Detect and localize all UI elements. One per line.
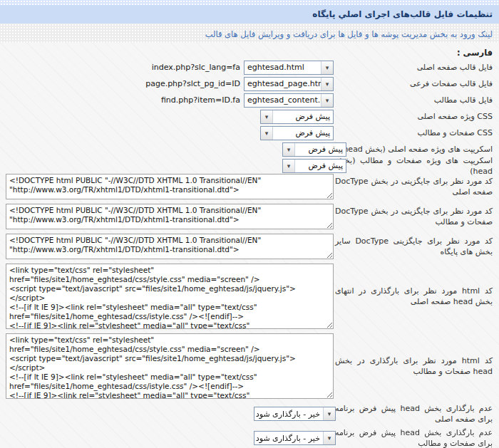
chevron-down-icon: ▾ [321, 78, 333, 90]
chevron-down-icon: ▾ [283, 160, 295, 172]
settings-form: فارسی : فایل قالب صفحه اصلی eghtesad.htm… [0, 43, 499, 448]
selected-value: پیش فرض [273, 127, 333, 140]
url-hint: page.php?slct_pg_id=ID [145, 79, 240, 88]
top-decor-strip [0, 0, 499, 5]
chevron-down-icon: ▾ [323, 432, 335, 444]
field-label: کد مورد نظر برای جایگزینی در بخش DocType… [334, 206, 499, 227]
field-label: کد مورد نظر برای جایگزینی DocType سایر ب… [334, 236, 499, 257]
row-headcode-main: کد html مورد نظر برای بارگذاری در انتهای… [0, 264, 499, 329]
pages-head-scripts-select[interactable]: پیش فرض ▾ [282, 159, 346, 173]
skip-head-pages-select[interactable]: خیر - بارگذاری شود ▾ [254, 431, 336, 445]
selected-value: eghtesad_content.html [245, 94, 321, 107]
row-template-content: فایل قالب مطالب eghtesad_content.html ▾ … [0, 92, 499, 108]
row-css-main: CSS ویژه صفحه اصلی پیش فرض ▾ [0, 108, 499, 125]
chevron-down-icon: ▾ [283, 143, 295, 156]
main-css-select[interactable]: پیش فرض ▾ [260, 110, 334, 124]
chevron-down-icon: ▾ [323, 407, 335, 420]
field-label: کد مورد نظر برای جایگزینی در بخش DocType… [334, 176, 499, 197]
field-label: فایل قالب مطالب [334, 95, 499, 105]
url-hint: index.php?slc_lang=fa [152, 63, 240, 72]
selected-value: eghtesad.html [245, 61, 321, 74]
field-label: CSS ویژه صفحه اصلی [334, 111, 499, 122]
row-template-pages: فایل قالب صفحات فرعی eghtesad_page.html … [0, 75, 499, 92]
selected-value: خیر - بارگذاری شود [254, 432, 323, 444]
selected-value: پیش فرض [273, 110, 333, 123]
field-label: اسکریپت های ویژه صفحه اصلی (بخش head) [334, 144, 499, 155]
selected-value: خیر - بارگذاری شود [254, 407, 323, 420]
row-scripts-pages: اسکریپت های ویژه صفحات و مطالب (بخش head… [0, 157, 499, 174]
content-template-select[interactable]: eghtesad_content.html ▾ [244, 93, 334, 108]
field-label: کد html مورد نظر برای بارگذاری در انتهای… [334, 286, 499, 307]
skip-head-main-select[interactable]: خیر - بارگذاری شود ▾ [254, 407, 336, 421]
selected-value: eghtesad_page.html [245, 78, 321, 90]
doctype-pages-textarea[interactable]: <!DOCTYPE html PUBLIC "-//W3C//DTD XHTML… [6, 204, 334, 229]
row-template-main: فایل قالب صفحه اصلی eghtesad.html ▾ inde… [0, 59, 499, 75]
url-hint: find.php?item=ID.fa [161, 95, 240, 105]
chevron-down-icon: ▾ [321, 61, 333, 74]
main-template-select[interactable]: eghtesad.html ▾ [244, 61, 334, 75]
selected-value: پیش فرض [295, 143, 346, 156]
file-manager-link[interactable]: لینک ورود به بخش مدیریت پوشه ها و فایل ه… [205, 29, 493, 39]
chevron-down-icon: ▾ [261, 127, 273, 140]
field-label: عدم بارگذاری بخش head پیش فرض برنامه برا… [334, 403, 499, 424]
headcode-pages-textarea[interactable]: <link type="text/css" rel="stylesheet" h… [6, 333, 334, 399]
row-css-pages: CSS صفحات و مطالب پیش فرض ▾ [0, 125, 499, 141]
chevron-down-icon: ▾ [261, 110, 273, 123]
subheader-bar: لینک ورود به بخش مدیریت پوشه ها و فایل ه… [0, 24, 499, 43]
row-doctype-other: کد مورد نظر برای جایگزینی DocType سایر ب… [0, 234, 499, 259]
subpage-template-select[interactable]: eghtesad_page.html ▾ [244, 77, 334, 91]
row-skip-head-main: عدم بارگذاری بخش head پیش فرض برنامه برا… [0, 403, 499, 424]
field-label: CSS صفحات و مطالب [334, 127, 499, 138]
field-label: اسکریپت های ویژه صفحات و مطالب (بخش head… [334, 155, 499, 177]
field-label: فایل قالب صفحه اصلی [334, 62, 499, 73]
doctype-main-textarea[interactable]: <!DOCTYPE html PUBLIC "-//W3C//DTD XHTML… [6, 174, 334, 199]
pages-css-select[interactable]: پیش فرض ▾ [260, 126, 334, 140]
field-label: عدم بارگذاری بخش head پیش فرض برنامه برا… [334, 427, 499, 448]
field-label: فایل قالب صفحات فرعی [334, 78, 499, 89]
chevron-down-icon: ▾ [321, 94, 333, 107]
selected-value: پیش فرض [295, 160, 346, 172]
field-label: کد html مورد نظر برای بارگذاری در بخش he… [334, 355, 499, 377]
row-doctype-pages: کد مورد نظر برای جایگزینی در بخش DocType… [0, 204, 499, 229]
row-doctype-main: کد مورد نظر برای جایگزینی در بخش DocType… [0, 174, 499, 199]
row-skip-head-pages: عدم بارگذاری بخش head پیش فرض برنامه برا… [0, 427, 499, 448]
main-head-scripts-select[interactable]: پیش فرض ▾ [282, 142, 346, 157]
headcode-main-textarea[interactable]: <link type="text/css" rel="stylesheet" h… [6, 264, 334, 329]
doctype-other-textarea[interactable]: <!DOCTYPE html PUBLIC "-//W3C//DTD XHTML… [6, 234, 334, 259]
row-headcode-pages: کد html مورد نظر برای بارگذاری در بخش he… [0, 333, 499, 399]
page-title: تنظیمات فایل قالب‌های اجرای اصلي پایگاه [0, 5, 499, 24]
language-section-label: فارسی : [0, 46, 499, 59]
